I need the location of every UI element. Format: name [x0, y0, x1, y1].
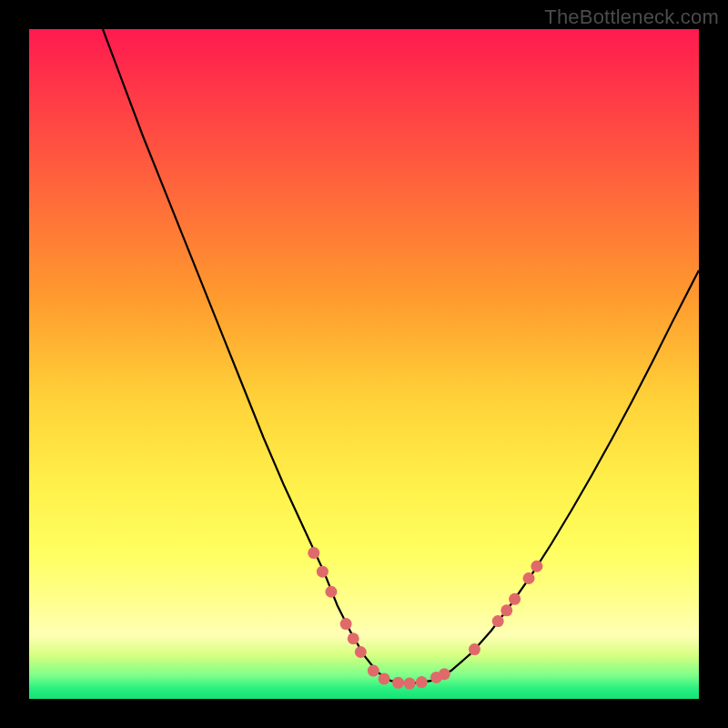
watermark-text: TheBottleneck.com: [544, 5, 719, 29]
curve-dot: [469, 643, 480, 655]
curve-dot: [348, 632, 359, 644]
curve-dot: [317, 566, 329, 578]
curve-dot: [500, 604, 512, 616]
chart-svg: [29, 29, 699, 699]
curve-dot: [531, 561, 542, 572]
curve-dot: [439, 668, 450, 680]
curve-dot: [509, 593, 521, 605]
curve-dot: [308, 547, 319, 559]
curve-dot: [325, 586, 337, 598]
outer-frame: TheBottleneck.com: [0, 0, 728, 728]
curve-dot: [355, 646, 367, 658]
curve-dot: [523, 572, 535, 584]
gradient-background: [29, 29, 699, 699]
plot-area: [29, 29, 699, 699]
curve-dot: [404, 678, 416, 690]
curve-dot: [340, 618, 352, 630]
curve-dot: [368, 665, 379, 677]
curve-dot: [392, 677, 404, 689]
curve-dot: [492, 615, 504, 627]
curve-dot: [416, 676, 428, 688]
curve-dot: [379, 672, 390, 684]
